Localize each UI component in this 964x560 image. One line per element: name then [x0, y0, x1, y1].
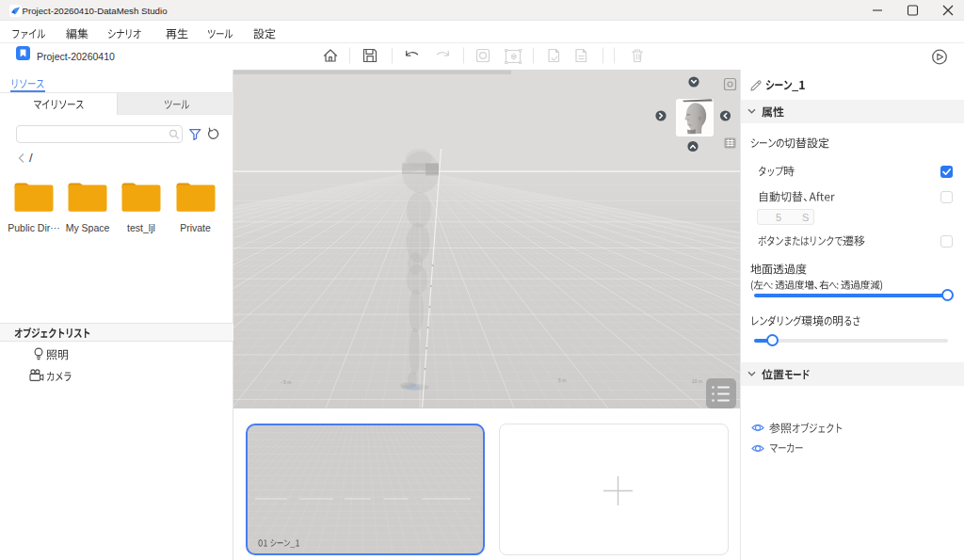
svg-text:5 m: 5 m	[558, 377, 566, 383]
svg-text:- 5 m: - 5 m	[281, 379, 291, 385]
svg-text:10 m: 10 m	[692, 378, 702, 384]
